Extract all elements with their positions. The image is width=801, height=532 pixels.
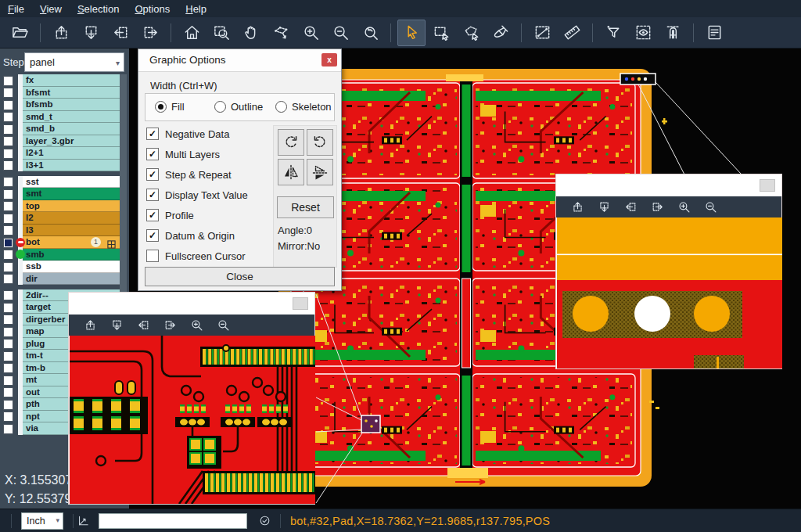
- pan-up-button[interactable]: [79, 315, 101, 336]
- select-rect-button[interactable]: [427, 20, 455, 46]
- checkbox-profile[interactable]: ✓Profile: [146, 209, 194, 221]
- layer-row-smd_b[interactable]: smd_b: [23, 123, 120, 135]
- layer-row-l2[interactable]: l2: [23, 212, 120, 225]
- checkbox-negative-data[interactable]: ✓Negative Data: [146, 128, 229, 140]
- layer-visibility-checkbox[interactable]: [3, 339, 13, 349]
- radio-fill[interactable]: Fill: [155, 101, 185, 113]
- corner-angle-icon[interactable]: [74, 512, 92, 530]
- layer-row-layer_3.gbr[interactable]: layer_3.gbr: [23, 135, 120, 148]
- layer-visibility-checkbox[interactable]: [3, 100, 13, 110]
- layer-visibility-checkbox[interactable]: [3, 177, 13, 187]
- layer-row-bfsmt[interactable]: bfsmt: [23, 87, 120, 99]
- pan-right-button[interactable]: [159, 315, 181, 336]
- pan-hand-button[interactable]: [237, 20, 265, 46]
- layer-row-ssb[interactable]: ssb: [23, 261, 120, 273]
- zoom-out-button[interactable]: [699, 197, 721, 217]
- close-icon[interactable]: x: [321, 53, 337, 66]
- radio-outline[interactable]: Outline: [214, 101, 263, 113]
- select-button[interactable]: [397, 20, 426, 46]
- layer-row-bfsmb[interactable]: bfsmb: [23, 99, 120, 111]
- layer-row-top[interactable]: top: [23, 200, 120, 213]
- layer-row-l2+1[interactable]: l2+1: [23, 147, 120, 160]
- zoom-preview-window-right[interactable]: [555, 174, 782, 369]
- pan-left-button[interactable]: [132, 315, 154, 336]
- pan-up-button[interactable]: [566, 197, 588, 217]
- pan-up-button[interactable]: [47, 20, 75, 46]
- layer-row-smb[interactable]: smb: [23, 249, 120, 261]
- layer-form-button[interactable]: [700, 20, 728, 46]
- layer-visibility-checkbox[interactable]: [3, 290, 13, 300]
- mirror-horizontal-button[interactable]: [307, 159, 333, 185]
- radio-skeleton[interactable]: Skeleton: [275, 101, 332, 113]
- layer-visibility-checkbox[interactable]: [3, 88, 13, 98]
- zoom-preview-window-left[interactable]: [68, 292, 315, 505]
- window-button[interactable]: [293, 297, 308, 310]
- layer-row-bot[interactable]: bot: [23, 236, 120, 249]
- layer-visibility-checkbox[interactable]: [3, 400, 13, 410]
- unit-select[interactable]: Inch ▾: [21, 512, 63, 530]
- layer-visibility-checkbox[interactable]: [3, 238, 13, 248]
- zoom-in-button[interactable]: [296, 20, 325, 46]
- pan-left-button[interactable]: [620, 197, 641, 217]
- active-layer-indicator-icon[interactable]: [16, 250, 25, 259]
- move-vertex-button[interactable]: [267, 20, 295, 46]
- zoom-out-button[interactable]: [326, 20, 354, 46]
- layer-visibility-checkbox[interactable]: [3, 303, 13, 313]
- layer-row-smt[interactable]: smt: [23, 188, 120, 200]
- checkbox-multi-layers[interactable]: ✓Multi Layers: [146, 148, 220, 160]
- zoom-in-button[interactable]: [185, 315, 207, 336]
- layer-visibility-checkbox[interactable]: [3, 201, 13, 211]
- zoom-previous-button[interactable]: [356, 20, 384, 46]
- layer-visibility-checkbox[interactable]: [3, 274, 13, 284]
- close-button[interactable]: Close: [145, 267, 335, 286]
- reset-button[interactable]: Reset: [277, 196, 334, 218]
- layer-visibility-checkbox[interactable]: [3, 189, 13, 200]
- snap-button[interactable]: [659, 20, 687, 46]
- layer-visibility-checkbox[interactable]: [3, 424, 13, 434]
- pan-down-button[interactable]: [77, 20, 105, 46]
- zoom-window-button[interactable]: [207, 20, 235, 46]
- menu-file[interactable]: File: [0, 2, 32, 16]
- zoom-window-titlebar[interactable]: [556, 174, 781, 196]
- zoom-window-viewport[interactable]: [70, 336, 314, 503]
- layer-visibility-checkbox[interactable]: [3, 112, 13, 122]
- layer-visibility-checkbox[interactable]: [3, 76, 13, 86]
- layer-visibility-checkbox[interactable]: [3, 149, 13, 159]
- zoom-in-button[interactable]: [673, 197, 695, 217]
- layer-row-fx[interactable]: fx: [23, 74, 120, 87]
- select-polygon-button[interactable]: [457, 20, 485, 46]
- layer-visibility-checkbox[interactable]: [3, 262, 13, 272]
- pan-down-button[interactable]: [593, 197, 615, 217]
- pan-right-button[interactable]: [646, 197, 668, 217]
- layer-row-l3+1[interactable]: l3+1: [23, 160, 120, 172]
- menu-view[interactable]: View: [32, 2, 70, 16]
- grid-icon[interactable]: [107, 238, 116, 246]
- layer-row-smd_t[interactable]: smd_t: [23, 111, 120, 124]
- layer-visibility-checkbox[interactable]: [3, 225, 13, 235]
- menu-help[interactable]: Help: [178, 2, 214, 16]
- layer-visibility-checkbox[interactable]: [3, 363, 13, 373]
- checkbox-display-text-value[interactable]: ✓Display Text Value: [146, 189, 248, 201]
- zoom-window-viewport[interactable]: [557, 217, 781, 368]
- layer-visibility-checkbox[interactable]: [3, 387, 13, 397]
- layer-row-l3[interactable]: l3: [23, 225, 120, 237]
- menu-options[interactable]: Options: [127, 2, 178, 16]
- measure-distance-button[interactable]: [528, 20, 556, 46]
- checkbox-fullscreen-cursor[interactable]: Fullscreen Cursor: [146, 250, 246, 262]
- filter-button[interactable]: [599, 20, 627, 46]
- pan-right-button[interactable]: [136, 20, 164, 46]
- active-layer-indicator-icon[interactable]: [16, 238, 25, 247]
- pan-down-button[interactable]: [106, 315, 128, 336]
- layer-visibility-checkbox[interactable]: [3, 250, 13, 260]
- sync-icon[interactable]: [255, 512, 274, 530]
- layer-visibility-checkbox[interactable]: [3, 351, 13, 361]
- layer-visibility-checkbox[interactable]: [3, 412, 13, 422]
- layer-visibility-checkbox[interactable]: [3, 376, 13, 386]
- pan-left-button[interactable]: [106, 20, 135, 46]
- checkbox-step-repeat[interactable]: ✓Step & Repeat: [146, 168, 232, 181]
- zoom-out-button[interactable]: [212, 315, 234, 336]
- zoom-window-titlebar[interactable]: [69, 293, 314, 315]
- menu-selection[interactable]: Selection: [70, 2, 127, 16]
- layer-row-sst[interactable]: sst: [23, 176, 120, 189]
- layer-visibility-checkbox[interactable]: [3, 315, 13, 325]
